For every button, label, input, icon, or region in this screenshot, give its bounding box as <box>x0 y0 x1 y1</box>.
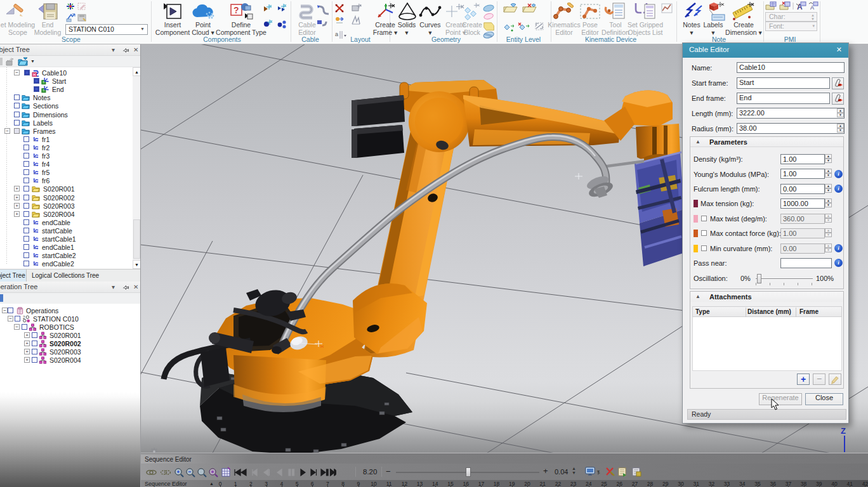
svg-text:?: ? <box>233 5 239 15</box>
svg-text:▾: ▾ <box>597 469 600 474</box>
svg-text:Z: Z <box>841 426 846 436</box>
svg-text:a: a <box>335 31 338 37</box>
